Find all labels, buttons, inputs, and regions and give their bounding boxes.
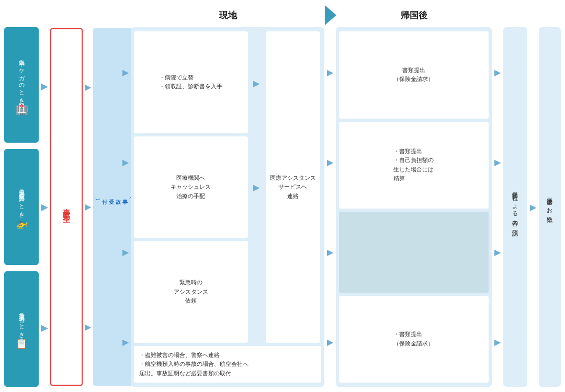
medical-assist-box: 医療アシスタンス サービスへ 連絡 (266, 31, 320, 343)
acc-to-hotline-arrows: ▶ ▶ ▶ (83, 27, 93, 387)
genchi-left-col: ・病院で立替 ・領収証、診断書を入手 医療機関へ キャッシュレス 治療の手配 (134, 31, 248, 343)
accident-section: 事故発生 (50, 27, 83, 387)
ki-arrow-3: ▶ (492, 207, 503, 297)
gtk-arrow-2: ▶ (324, 117, 336, 207)
ki-arrow-4: ▶ (492, 297, 503, 387)
sidebar-item-baggage[interactable]: 携行品損害のとき 📋 (4, 271, 39, 387)
genchi-box2-text: 医療機関へ キャッシュレス 治療の手配 (171, 174, 211, 201)
genchi-bottom-text: ・盗難被害の場合、警察へ連絡 ・航空機預入時の事故の場合、航空会社へ 届出。事故… (139, 351, 248, 378)
hotline-to-genchi-arrows: ▶ ▶ ▶ ▶ (120, 27, 131, 387)
baggage-label: 携行品損害のとき (18, 308, 25, 335)
genchi-box1-text: ・病院で立替 ・領収証、診断書を入手 (159, 73, 222, 91)
kikoku-box3: ・書類提出 （保険金請求） (339, 296, 489, 383)
left-arrows-col: ▶ ▶ ▶ (39, 27, 50, 387)
genchi-box3-text: 緊急時の アシスタンス 依頼 (174, 278, 208, 306)
sb-gap2 (4, 267, 39, 269)
genchi-label: 現地 (219, 9, 237, 21)
hl-arrow-4: ▶ (120, 297, 131, 387)
sidebar-item-illness[interactable]: 病気やケガのとき 🏥 (4, 27, 39, 143)
payment-text: 保険金のお支払い (546, 193, 555, 222)
insurance-text: 保険会社による内容の確認 (511, 187, 520, 227)
left-sidebar: 病気やケガのとき 🏥 救援者・賠償責任のとき 🚁 携行品損害のとき 📋 (4, 27, 39, 387)
kikoku-to-ins-arrows: ▶ ▶ ▶ ▶ (492, 27, 503, 387)
genchi-to-kikoku-arrows: ▶ ▶ ▶ ▶ (324, 27, 336, 387)
kikoku-box3-text: ・書類提出 （保険金請求） (393, 330, 434, 348)
genchi-box1: ・病院で立替 ・領収証、診断書を入手 (134, 31, 248, 133)
hl-arrow-2: ▶ (120, 117, 131, 207)
genchi-right-col: 医療アシスタンス サービスへ 連絡 (265, 31, 321, 343)
left-arrow-3: ▶ (39, 268, 50, 387)
insurance-block: 保険会社による内容の確認 (503, 27, 527, 387)
rescue-icon: 🚁 (15, 217, 28, 229)
acc-arrow-2: ▶ (83, 147, 93, 267)
hl-arrow-1: ▶ (120, 27, 131, 117)
ins-to-pay-arrow: ▶ (527, 27, 539, 387)
genchi-header: 現地 (131, 9, 325, 21)
ki-arrow-1: ▶ (492, 27, 503, 117)
illness-icon: 🏥 (15, 103, 28, 116)
mid-arrow-2: ▶ (253, 135, 259, 239)
gtk-arrow-3: ▶ (324, 207, 336, 297)
ins-pay-arrow-icon: ▶ (530, 202, 536, 212)
kikoku-label: 帰国後 (401, 9, 427, 21)
accident-label: 事故発生 (62, 203, 71, 211)
kikoku-block: 書類提出 （保険金請求） ・書類提出 ・自己負担額の 生じた場合には 精算 ・書… (336, 27, 492, 387)
kikoku-box1-text: 書類提出 （保険金請求） (393, 66, 434, 84)
sidebar-item-rescue[interactable]: 救援者・賠償責任のとき 🚁 (4, 149, 39, 264)
mid-arrow-col: ▶ ▶ (251, 31, 262, 343)
genchi-bottom-box: ・盗難被害の場合、警察へ連絡 ・航空機預入時の事故の場合、航空会社へ 届出。事故… (134, 346, 321, 383)
header-row: 現地 帰国後 (4, 5, 561, 25)
ki-arrow-2: ▶ (492, 117, 503, 207)
genchi-box3: 緊急時の アシスタンス 依頼 (134, 241, 248, 343)
genchi-block: ・病院で立替 ・領収証、診断書を入手 医療機関へ キャッシュレス 治療の手配 (131, 27, 324, 387)
kikoku-box2-text: ・書類提出 ・自己負担額の 生じた場合には 精算 (393, 147, 434, 183)
rescue-label: 救援者・賠償責任のとき (18, 185, 25, 215)
genchi-box2: 医療機関へ キャッシュレス 治療の手配 (134, 136, 248, 238)
accident-border: 事故発生 (50, 28, 83, 386)
kikoku-box1: 書類提出 （保険金請求） (339, 31, 489, 119)
kikoku-box2: ・書類提出 ・自己負担額の 生じた場合には 精算 (339, 122, 489, 209)
acc-arrow-1: ▶ (83, 27, 93, 147)
main-content: 病気やケガのとき 🏥 救援者・賠償責任のとき 🚁 携行品損害のとき 📋 ▶ ▶ … (4, 27, 561, 387)
kikoku-empty-row (339, 212, 489, 293)
hl-arrow-3: ▶ (120, 207, 131, 297)
gtk-arrow-4: ▶ (324, 297, 336, 387)
left-arrow-2: ▶ (39, 148, 50, 267)
kikoku-header: 帰国後 (336, 9, 492, 21)
hotline-section: 海外ホットラインへ事故報告（事故受付） ⬇ (93, 27, 120, 387)
big-arrow-icon (325, 5, 336, 25)
acc-arrow-3: ▶ (83, 267, 93, 387)
medical-assist-text: 医療アシスタンス サービスへ 連絡 (270, 174, 316, 201)
genchi-inner: ・病院で立替 ・領収証、診断書を入手 医療機関へ キャッシュレス 治療の手配 (134, 31, 321, 343)
header-arrow (325, 5, 336, 25)
left-arrow-1: ▶ (39, 27, 50, 146)
payment-block: 保険金のお支払い (539, 27, 561, 387)
mid-arrow-1: ▶ (253, 31, 259, 135)
baggage-icon: 📋 (15, 337, 28, 350)
gtk-arrow-1: ▶ (324, 27, 336, 117)
sb-gap1 (4, 145, 39, 147)
illness-label: 病気やケガのとき (18, 55, 25, 101)
